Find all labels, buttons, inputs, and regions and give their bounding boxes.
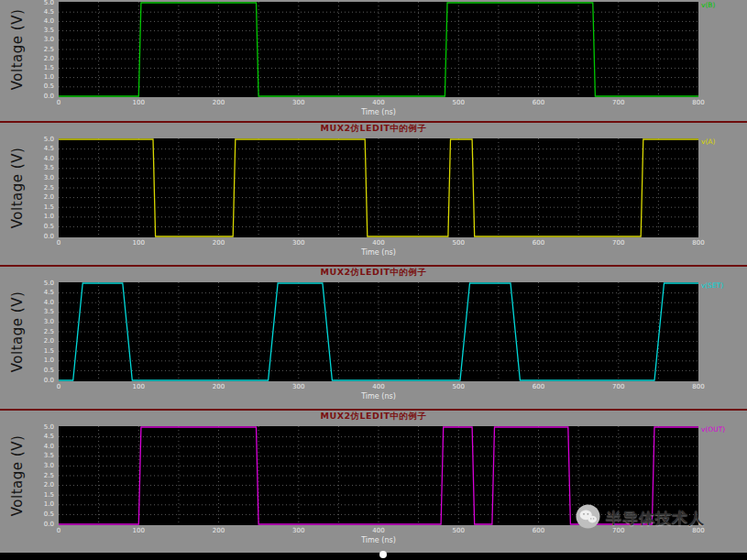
y-tick-label: 1.5 bbox=[44, 64, 54, 72]
y-tick-label: 3.5 bbox=[44, 164, 54, 172]
y-tick-label: 5.0 bbox=[44, 0, 54, 7]
trace-legend-label: v(A) bbox=[701, 137, 715, 146]
watermark: 半导体技术人 bbox=[576, 504, 705, 533]
x-tick-label: 600 bbox=[533, 383, 544, 390]
x-tick-label: 500 bbox=[453, 99, 465, 106]
x-tick-label: 300 bbox=[292, 383, 304, 390]
x-tick-label: 600 bbox=[533, 99, 544, 106]
y-tick-label: 0.5 bbox=[44, 511, 54, 519]
waveform-svg bbox=[59, 282, 698, 381]
x-tick-label: 700 bbox=[612, 99, 624, 106]
y-tick-label: 2.0 bbox=[44, 55, 54, 63]
y-tick-label: 3.0 bbox=[44, 36, 54, 44]
plot-area-b[interactable] bbox=[59, 2, 698, 97]
y-tick-label: 2.0 bbox=[44, 337, 54, 346]
x-tick-label: 800 bbox=[692, 239, 704, 247]
panel-title-band: MUX2仿LEDIT中的例子 bbox=[0, 265, 747, 279]
y-tick-label: 3.0 bbox=[44, 318, 54, 326]
y-axis-ticks: 5.04.54.03.53.02.52.01.51.00.50.0 bbox=[0, 279, 56, 409]
x-tick-label: 200 bbox=[213, 383, 225, 390]
waveform-svg bbox=[59, 2, 698, 97]
y-tick-label: 3.0 bbox=[44, 174, 54, 182]
x-tick-label: 200 bbox=[213, 527, 225, 534]
x-tick-label: 100 bbox=[133, 383, 145, 390]
y-tick-label: 0.5 bbox=[44, 367, 54, 375]
trace-legend-label: v(SET) bbox=[701, 281, 723, 290]
waveform-panel-a: Voltage (V) 5.04.54.03.53.02.52.01.51.00… bbox=[0, 135, 747, 265]
x-axis-ticks: 0100200300400500600700800 bbox=[59, 99, 698, 107]
y-tick-label: 4.5 bbox=[44, 8, 54, 16]
waveform-panel-out: Voltage (V) 5.04.54.03.53.02.52.01.51.00… bbox=[0, 423, 747, 553]
y-tick-label: 0.5 bbox=[44, 223, 54, 231]
watermark-text: 半导体技术人 bbox=[606, 508, 705, 529]
x-tick-label: 400 bbox=[372, 99, 384, 106]
panel-title-band: MUX2仿LEDIT中的例子 bbox=[0, 121, 747, 135]
x-tick-label: 800 bbox=[692, 99, 704, 106]
panel-title: MUX2仿LEDIT中的例子 bbox=[320, 411, 426, 423]
y-tick-label: 3.5 bbox=[44, 27, 54, 35]
plot-area-a[interactable] bbox=[59, 138, 698, 237]
y-tick-label: 0.0 bbox=[44, 521, 54, 529]
y-tick-label: 5.0 bbox=[44, 280, 54, 288]
x-tick-label: 200 bbox=[213, 99, 225, 106]
y-tick-label: 1.0 bbox=[44, 73, 54, 82]
y-tick-label: 0.0 bbox=[44, 233, 54, 241]
y-tick-label: 1.0 bbox=[44, 213, 54, 221]
panel-title: MUX2仿LEDIT中的例子 bbox=[320, 267, 426, 279]
x-tick-label: 100 bbox=[133, 239, 145, 247]
x-axis-ticks: 0100200300400500600700800 bbox=[59, 239, 698, 247]
y-tick-label: 2.0 bbox=[44, 481, 54, 489]
y-tick-label: 2.5 bbox=[44, 472, 54, 480]
y-tick-label: 2.5 bbox=[44, 46, 54, 54]
x-axis-label: Time (ns) bbox=[59, 108, 698, 116]
trace-legend-label: v(B) bbox=[701, 1, 715, 9]
x-tick-label: 300 bbox=[292, 239, 304, 247]
panel-title-band: MUX2仿LEDIT中的例子 bbox=[0, 409, 747, 423]
y-tick-label: 1.5 bbox=[44, 203, 54, 212]
x-tick-label: 300 bbox=[292, 527, 304, 534]
x-tick-label: 400 bbox=[372, 239, 384, 247]
bottom-dot bbox=[379, 551, 387, 558]
y-tick-label: 4.0 bbox=[44, 17, 54, 26]
y-tick-label: 4.5 bbox=[44, 145, 54, 153]
x-tick-label: 500 bbox=[453, 383, 465, 390]
y-tick-label: 2.5 bbox=[44, 328, 54, 336]
y-tick-label: 1.5 bbox=[44, 491, 54, 500]
x-axis-label: Time (ns) bbox=[59, 392, 698, 401]
x-tick-label: 400 bbox=[372, 527, 384, 534]
x-tick-label: 100 bbox=[133, 99, 145, 106]
x-tick-label: 300 bbox=[292, 99, 304, 106]
x-tick-label: 600 bbox=[533, 527, 544, 534]
bottom-bar bbox=[0, 553, 747, 560]
y-axis-ticks: 5.04.54.03.53.02.52.01.51.00.50.0 bbox=[0, 423, 56, 553]
plot-area-set[interactable] bbox=[59, 282, 698, 381]
y-tick-label: 4.0 bbox=[44, 443, 54, 451]
y-axis-ticks: 5.04.54.03.53.02.52.01.51.00.50.0 bbox=[0, 0, 56, 121]
y-tick-label: 3.0 bbox=[44, 462, 54, 470]
waveform-svg bbox=[59, 138, 698, 237]
x-tick-label: 600 bbox=[533, 239, 544, 247]
waveform-panel-set: Voltage (V) 5.04.54.03.53.02.52.01.51.00… bbox=[0, 279, 747, 409]
x-axis-label: Time (ns) bbox=[59, 536, 698, 544]
x-tick-label: 0 bbox=[57, 527, 60, 534]
y-tick-label: 1.5 bbox=[44, 347, 54, 356]
panel-title: MUX2仿LEDIT中的例子 bbox=[320, 123, 426, 135]
y-tick-label: 3.5 bbox=[44, 308, 54, 316]
x-tick-label: 0 bbox=[57, 99, 60, 106]
y-tick-label: 4.0 bbox=[44, 155, 54, 163]
x-tick-label: 800 bbox=[692, 383, 704, 390]
y-tick-label: 1.0 bbox=[44, 357, 54, 365]
wechat-icon bbox=[576, 504, 600, 533]
x-axis-ticks: 0100200300400500600700800 bbox=[59, 383, 698, 391]
x-tick-label: 700 bbox=[612, 239, 624, 247]
waveform-panel-b: Voltage (V) 5.04.54.03.53.02.52.01.51.00… bbox=[0, 0, 747, 121]
y-axis-ticks: 5.04.54.03.53.02.52.01.51.00.50.0 bbox=[0, 135, 56, 265]
y-tick-label: 5.0 bbox=[44, 423, 54, 432]
y-tick-label: 0.0 bbox=[44, 93, 54, 101]
y-tick-label: 4.0 bbox=[44, 299, 54, 307]
x-tick-label: 400 bbox=[372, 383, 384, 390]
x-tick-label: 0 bbox=[57, 383, 60, 390]
y-tick-label: 4.5 bbox=[44, 289, 54, 297]
y-tick-label: 1.0 bbox=[44, 500, 54, 509]
y-tick-label: 4.5 bbox=[44, 433, 54, 441]
